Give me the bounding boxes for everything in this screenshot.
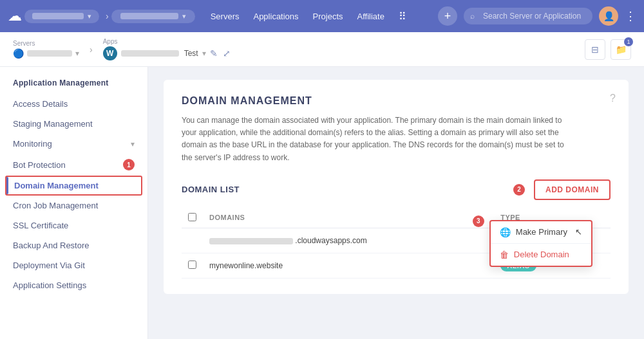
list-view-button[interactable]: ⊟ (585, 39, 605, 60)
row2-domain-cell: mynewonline.website (203, 253, 473, 278)
edit-icon[interactable]: ✎ (210, 48, 218, 59)
server-icon: 🔵 (13, 48, 24, 59)
external-link-icon[interactable]: ⤢ (223, 48, 231, 59)
make-primary-item[interactable]: 🌐 Make Primary ↖ (491, 221, 591, 244)
topnav-right: + ⌕ 👤 ⋮ (438, 6, 636, 26)
domain1-blurred (209, 238, 293, 244)
help-icon[interactable]: ? (610, 93, 616, 104)
list-icon: ⊟ (591, 44, 599, 55)
sidebar-item-domain-management[interactable]: Domain Management (5, 176, 142, 196)
nav-arrow: › (106, 11, 109, 21)
folder-badge: 1 (624, 37, 633, 46)
apps-section: Apps W Test ▾ ✎ ⤢ (103, 38, 231, 60)
server-chevron: ▾ (88, 12, 91, 21)
app-name (120, 13, 178, 19)
select-all-checkbox[interactable] (188, 213, 196, 221)
actions-header (590, 208, 611, 228)
search-input[interactable] (464, 8, 592, 24)
affiliate-link[interactable]: Affiliate (357, 12, 384, 21)
app-breadcrumb[interactable]: ▾ (111, 10, 195, 23)
cursor-icon: ↖ (575, 227, 582, 237)
checkbox-header (182, 208, 203, 228)
context-menu-badge: 3 (473, 215, 484, 227)
row2-checkbox[interactable] (188, 261, 196, 269)
sidebar-item-app-settings[interactable]: Application Settings (0, 275, 147, 295)
sidebar-item-backup-restore[interactable]: Backup And Restore (0, 235, 147, 255)
applications-link[interactable]: Applications (253, 12, 298, 21)
app-chevron: ▾ (182, 12, 186, 21)
row2-checkbox-cell (182, 253, 203, 278)
delete-domain-item[interactable]: 🗑 Delete Domain (491, 244, 591, 266)
globe-icon: 🌐 (500, 227, 511, 237)
domains-header: DOMAINS (203, 208, 473, 228)
sidebar-item-cron-job[interactable]: Cron Job Management (0, 196, 147, 215)
context-menu: 3 🌐 Make Primary ↖ 🗑 Delete Domain (489, 220, 592, 267)
breadcrumb-bar: Servers 🔵 ▾ › Apps W Test ▾ ✎ ⤢ ⊟ 📁 1 (0, 32, 644, 67)
sidebar-item-ssl-certificate[interactable]: SSL Certificate (0, 215, 147, 235)
add-domain-badge: 2 (513, 184, 525, 196)
add-domain-button[interactable]: ADD DOMAIN (534, 179, 611, 200)
trash-icon: 🗑 (500, 250, 509, 260)
bc-actions: ✎ ⤢ (210, 48, 231, 59)
main-layout: Application Management Access Details St… (0, 67, 644, 339)
content-area: ? DOMAIN MANAGEMENT You can manage the d… (148, 67, 644, 339)
wp-icon: W (103, 46, 117, 60)
folder-button[interactable]: 📁 1 (611, 39, 631, 60)
topnav: ☁ ▾ › ▾ Servers Applications Projects Af… (0, 0, 644, 32)
app-chevron-icon: ▾ (202, 49, 206, 58)
server-value[interactable]: 🔵 ▾ (13, 48, 79, 59)
servers-label: Servers (13, 40, 79, 47)
servers-link[interactable]: Servers (211, 12, 240, 21)
cloud-icon: ☁ (8, 8, 22, 24)
domain-list-header: DOMAIN LIST 2 ADD DOMAIN (182, 179, 611, 200)
domain-management-desc: You can manage the domain associated wit… (182, 115, 568, 164)
logo: ☁ (8, 8, 22, 24)
apps-value[interactable]: W Test ▾ ✎ ⤢ (103, 46, 231, 60)
search-wrap: ⌕ (464, 8, 592, 24)
more-options-icon[interactable]: ⋮ (625, 9, 636, 23)
sidebar: Application Management Access Details St… (0, 67, 148, 339)
domain1-suffix: .cloudwaysapps.com (295, 236, 366, 245)
sidebar-section-title: Application Management (0, 78, 147, 94)
row2-actions (590, 253, 611, 278)
server-chevron-icon: ▾ (75, 49, 79, 58)
server-name (32, 13, 84, 19)
delete-domain-label: Delete Domain (514, 250, 569, 259)
row1-actions (590, 228, 611, 253)
sidebar-item-monitoring[interactable]: Monitoring ▾ (0, 134, 147, 154)
add-domain-wrap: 2 ADD DOMAIN (513, 179, 611, 200)
row1-checkbox-cell (182, 228, 203, 253)
add-button[interactable]: + (438, 6, 457, 26)
sidebar-item-access-details[interactable]: Access Details (0, 94, 147, 114)
grid-icon[interactable]: ⠿ (399, 10, 406, 23)
app-test-label: Test (184, 49, 198, 58)
topnav-links: Servers Applications Projects Affiliate … (211, 10, 438, 23)
sidebar-item-deployment-git[interactable]: Deployment Via Git (0, 255, 147, 275)
sidebar-item-staging-management[interactable]: Staging Management (0, 114, 147, 134)
servers-section: Servers 🔵 ▾ (13, 40, 79, 59)
row1-domain-cell: .cloudwaysapps.com (203, 228, 473, 253)
bot-protection-badge: 1 (123, 159, 135, 170)
domain-management-title: DOMAIN MANAGEMENT (182, 95, 611, 107)
app-blurred (121, 50, 179, 57)
search-icon: ⌕ (470, 12, 475, 21)
monitoring-chevron: ▾ (131, 140, 135, 149)
apps-label: Apps (103, 38, 231, 45)
domain-list-title: DOMAIN LIST (182, 185, 240, 194)
breadcrumb-right: ⊟ 📁 1 (585, 39, 631, 60)
server-breadcrumb[interactable]: ▾ (24, 10, 99, 23)
domain-management-card: ? DOMAIN MANAGEMENT You can manage the d… (164, 80, 629, 294)
bc-arrow: › (90, 44, 93, 55)
folder-icon: 📁 (616, 44, 627, 55)
make-primary-label: Make Primary (516, 227, 567, 237)
avatar: 👤 (599, 6, 618, 26)
server-blurred (27, 50, 72, 57)
sidebar-item-bot-protection[interactable]: Bot Protection 1 (0, 154, 147, 176)
projects-link[interactable]: Projects (313, 12, 343, 21)
